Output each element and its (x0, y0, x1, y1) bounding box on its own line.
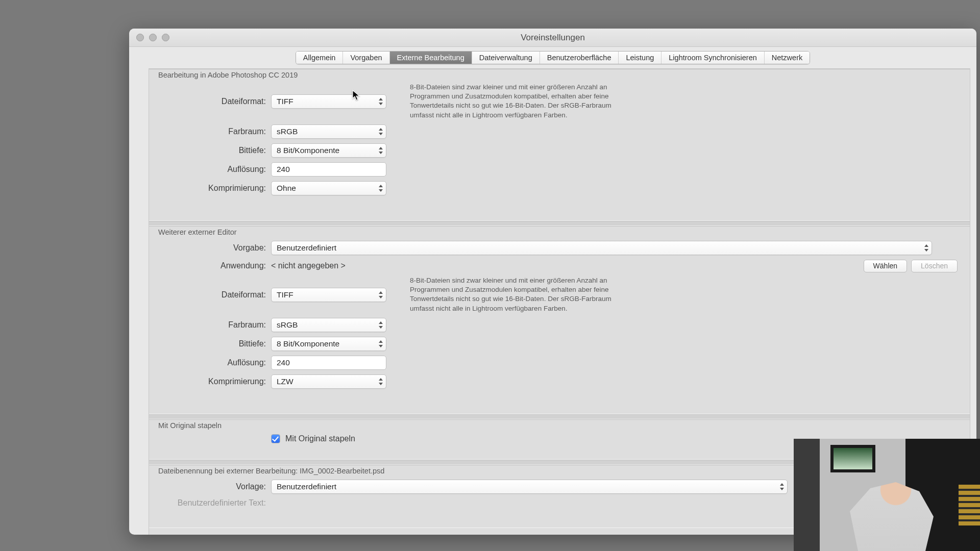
label-bitdepth-2: Bittiefe: (161, 339, 271, 348)
updown-icon (378, 320, 384, 330)
tab-netzwerk[interactable]: Netzwerk (765, 52, 810, 64)
tab-vorgaben[interactable]: Vorgaben (343, 52, 389, 64)
webcam-overlay (794, 439, 980, 551)
choose-button[interactable]: Wählen (864, 260, 907, 272)
select-preset[interactable]: Benutzerdefiniert (271, 241, 932, 255)
tab-leistung[interactable]: Leistung (619, 52, 662, 64)
application-value: < nicht angegeben > (271, 261, 860, 270)
updown-icon (378, 339, 384, 348)
label-resolution: Auflösung: (161, 165, 271, 174)
label-colorspace: Farbraum: (161, 127, 271, 136)
select-value: Benutzerdefiniert (277, 243, 336, 253)
updown-icon (378, 127, 384, 136)
divider (149, 414, 970, 419)
updown-icon (923, 243, 929, 253)
tabs-row: Allgemein Vorgaben Externe Bearbeitung D… (129, 47, 976, 64)
hint-text: 8-Bit-Dateien sind zwar kleiner und mit … (410, 83, 634, 120)
label-fileformat: Dateiformat: (161, 97, 271, 106)
label-fileformat-2: Dateiformat: (161, 290, 271, 299)
zoom-icon[interactable] (162, 34, 169, 41)
input-resolution-2[interactable] (271, 356, 386, 370)
select-fileformat-2[interactable]: TIFF (271, 288, 386, 302)
updown-icon (378, 97, 384, 106)
select-compression[interactable]: Ohne (271, 181, 386, 195)
select-template[interactable]: Benutzerdefiniert (271, 480, 788, 494)
divider (149, 221, 970, 226)
label-template: Vorlage: (161, 482, 271, 491)
tab-externe-bearbeitung[interactable]: Externe Bearbeitung (390, 52, 472, 64)
label-bitdepth: Bittiefe: (161, 146, 271, 155)
label-compression: Komprimierung: (161, 184, 271, 193)
updown-icon (378, 290, 384, 299)
select-value: TIFF (277, 97, 293, 106)
select-bitdepth[interactable]: 8 Bit/Komponente (271, 143, 386, 158)
updown-icon (779, 482, 785, 491)
cursor-icon (352, 90, 360, 101)
select-value: sRGB (277, 320, 298, 330)
close-icon[interactable] (136, 34, 144, 41)
label-resolution-2: Auflösung: (161, 358, 271, 367)
tab-dateiverwaltung[interactable]: Dateiverwaltung (472, 52, 540, 64)
group-title: Mit Original stapeln (156, 419, 224, 432)
group-title: Dateibenennung bei externer Bearbeitung:… (156, 465, 386, 477)
select-colorspace-2[interactable]: sRGB (271, 318, 386, 332)
label-application: Anwendung: (161, 261, 271, 270)
select-value: Benutzerdefiniert (277, 482, 336, 491)
tab-benutzeroberflaeche[interactable]: Benutzeroberfläche (540, 52, 619, 64)
select-value: sRGB (277, 127, 298, 136)
select-bitdepth-2[interactable]: 8 Bit/Komponente (271, 337, 386, 351)
select-value: TIFF (277, 290, 293, 299)
tab-lightroom-sync[interactable]: Lightroom Synchronisieren (662, 52, 764, 64)
tab-allgemein[interactable]: Allgemein (296, 52, 344, 64)
label-compression-2: Komprimierung: (161, 377, 271, 386)
label-colorspace-2: Farbraum: (161, 320, 271, 330)
wall-picture-icon (830, 445, 875, 472)
group-title: Weiterer externer Editor (156, 226, 239, 238)
window-controls (136, 34, 169, 41)
select-colorspace[interactable]: sRGB (271, 124, 386, 139)
select-value: Ohne (277, 184, 296, 193)
tab-segmented-control: Allgemein Vorgaben Externe Bearbeitung D… (296, 51, 810, 64)
checkbox-stack-with-original[interactable] (271, 434, 280, 443)
label-custom-text: Benutzerdefinierter Text: (161, 498, 271, 508)
label-preset: Vorgabe: (161, 243, 271, 253)
input-resolution[interactable] (271, 162, 386, 177)
select-fileformat[interactable]: TIFF (271, 94, 386, 109)
checkbox-label: Mit Original stapeln (285, 434, 355, 443)
minimize-icon[interactable] (149, 34, 157, 41)
clear-button[interactable]: Löschen (911, 260, 958, 272)
select-compression-2[interactable]: LZW (271, 374, 386, 389)
window-title: Voreinstellungen (129, 33, 976, 43)
group-title: Bearbeitung in Adobe Photoshop CC 2019 (156, 69, 300, 81)
group-additional-editor: Weiterer externer Editor Vorgabe: Benutz… (149, 226, 970, 414)
updown-icon (378, 146, 384, 155)
select-value: 8 Bit/Komponente (277, 146, 339, 155)
updown-icon (378, 377, 384, 386)
hint-text-2: 8-Bit-Dateien sind zwar kleiner und mit … (410, 276, 634, 313)
updown-icon (378, 184, 384, 193)
led-strip-icon (959, 485, 980, 525)
select-value: 8 Bit/Komponente (277, 339, 339, 348)
select-value: LZW (277, 377, 293, 386)
titlebar: Voreinstellungen (129, 29, 976, 47)
group-edit-in-photoshop: Bearbeitung in Adobe Photoshop CC 2019 D… (149, 69, 970, 221)
